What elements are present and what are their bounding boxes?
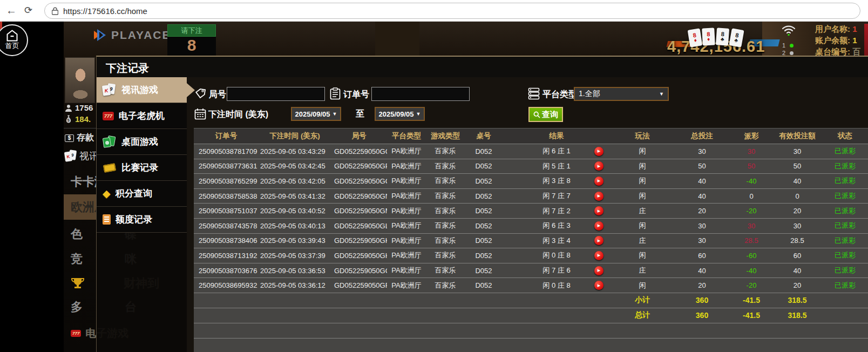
platform-type-select[interactable]: 1.全部 ▼ [574,87,669,101]
result-cell: 闲 0 庄 8▶ [503,278,611,293]
column-header: 结果 [503,128,611,144]
reload-icon[interactable]: ⟳ [24,3,32,17]
avatar [65,57,95,103]
cell-play: 闲 [611,278,674,293]
cell-payout: -60 [730,248,773,263]
back-icon[interactable]: ← [6,3,17,17]
cell-tableNo: D052 [465,263,503,278]
bet-timer-panel: 请下注 8 [167,24,216,56]
table-body: 2509050387817092025-09-05 03:43:29GD0522… [194,144,868,293]
subtotal-row: 小计 360 -41.5 318.5 [194,293,868,308]
deposit-button[interactable]: $ 存款 [65,132,94,144]
cell-play: 闲 [611,189,674,204]
modal-title: 下注记录 [97,57,868,77]
menu-label: 视讯游戏 [121,84,158,96]
bet-records-table: 订单号下注时间 (美东)局号平台类型游戏类型桌号结果玩法总投注派彩有效投注額状态… [194,128,868,352]
cell-game: 百家乐 [426,278,465,293]
round-input[interactable] [227,87,325,101]
video-category[interactable]: 9 K 视讯 [65,150,99,163]
menu-item-points-query[interactable]: ◆ 积分查询 [97,181,187,207]
result-text: 闲 7 庄 2 [542,206,570,216]
column-header: 状态 [822,128,868,144]
balance-row: $ 184. [65,114,91,124]
cell-payout: -40 [730,263,773,278]
menu-item-match-records[interactable]: 比赛记录 [97,155,187,181]
cell-totalBet: 20 [674,278,730,293]
divider [64,128,96,128]
cell-time: 2025-09-05 03:37:39 [259,248,331,263]
replay-button[interactable]: ▶ [594,177,603,186]
wifi-icon [781,24,796,38]
cell-game: 百家乐 [426,159,465,174]
menu-item-slots[interactable]: 777 电子老虎机 [97,103,187,129]
cell-tableNo: D052 [465,144,503,159]
table-row: 2509050387036762025-09-05 03:36:53GD0522… [194,263,868,278]
playace-logo-icon [93,28,107,42]
column-header: 有效投注額 [773,128,822,144]
replay-button[interactable]: ▶ [594,192,603,201]
card-suit: ♣ [734,37,738,43]
deposit-icon: $ [65,134,74,142]
replay-button[interactable]: ▶ [594,236,603,245]
result-text: 闲 7 庄 7 [542,191,570,201]
cards-icon: 9 K [65,150,77,162]
cell-round: GD052259050GG [331,263,387,278]
user-info-row: 账户余额: 1 [815,36,868,46]
cell-round: GD052259050GH [331,248,387,263]
cell-tableNo: D052 [465,189,503,204]
table-row: 2509050387817092025-09-05 03:43:29GD0522… [194,144,868,159]
menu-item-video-games[interactable]: 9K 视讯游戏 [97,77,187,103]
column-header: 游戏类型 [426,128,465,144]
replay-button[interactable]: ▶ [594,266,603,275]
scene-pillar [375,22,419,56]
playing-card: 8 ♣ [716,28,729,46]
cell-order: 250905038713192 [194,248,259,263]
playing-card: 8 ♦ [688,28,703,47]
replay-button[interactable]: ▶ [594,281,603,290]
search-label: 查询 [542,110,558,120]
total-valid-bet: 318.5 [773,308,822,323]
date-to-picker[interactable]: 2025/09/05 ▼ [375,107,425,121]
cell-tableNo: D052 [465,159,503,174]
cell-time: 2025-09-05 03:40:52 [259,204,331,218]
cell-game: 百家乐 [426,234,465,248]
cell-status: 已派彩 [822,159,868,174]
home-button[interactable]: 首页 [0,24,28,56]
result-text: 闲 0 庄 8 [542,251,570,260]
result-cell: 闲 3 庄 4▶ [503,234,611,248]
cell-status: 已派彩 [822,144,868,159]
cell-totalBet: 30 [674,234,730,248]
cell-platform: PA欧洲厅 [387,189,426,204]
result-text: 闲 3 庄 4 [542,236,570,246]
cell-play: 闲 [611,144,674,159]
platform-type-label: 平台类型 [542,89,577,100]
cell-payout: -40 [730,174,773,188]
replay-button[interactable]: ▶ [594,251,603,260]
replay-button[interactable]: ▶ [594,206,603,215]
status-dot-gray [790,51,794,55]
cell-payout: 50 [730,159,773,174]
total-payout: -41.5 [730,308,773,323]
result-text: 闲 6 庄 1 [542,146,570,156]
cell-order: 250905038773631 [194,159,259,174]
modal-menu: 9K 视讯游戏 777 电子老虎机 桌面游戏 比赛记录 ◆ 积分查询 额度记录 [97,77,187,233]
replay-button[interactable]: ▶ [594,147,603,156]
balance-amount: 184. [75,114,91,124]
cell-order: 250905038703676 [194,263,259,278]
order-input[interactable] [371,87,470,101]
address-bar[interactable]: https://175616.cc/home [44,3,860,19]
ticket-icon [103,163,116,173]
cell-play: 庄 [611,204,674,218]
user-id: 1756 [75,103,93,112]
cell-round: GD052259050GM [331,204,387,218]
cell-tableNo: D052 [465,234,503,248]
menu-item-credit-records[interactable]: 额度记录 [97,207,187,233]
search-button[interactable]: 查询 [528,107,563,122]
cell-platform: PA欧洲厅 [387,248,426,263]
menu-item-table-games[interactable]: 桌面游戏 [97,129,187,155]
replay-button[interactable]: ▶ [594,161,603,171]
slots-777-icon: 777 [103,112,114,120]
date-from-picker[interactable]: 2025/09/05 ▼ [291,107,341,121]
replay-button[interactable]: ▶ [594,221,603,231]
round-label: 局号 [209,89,226,100]
